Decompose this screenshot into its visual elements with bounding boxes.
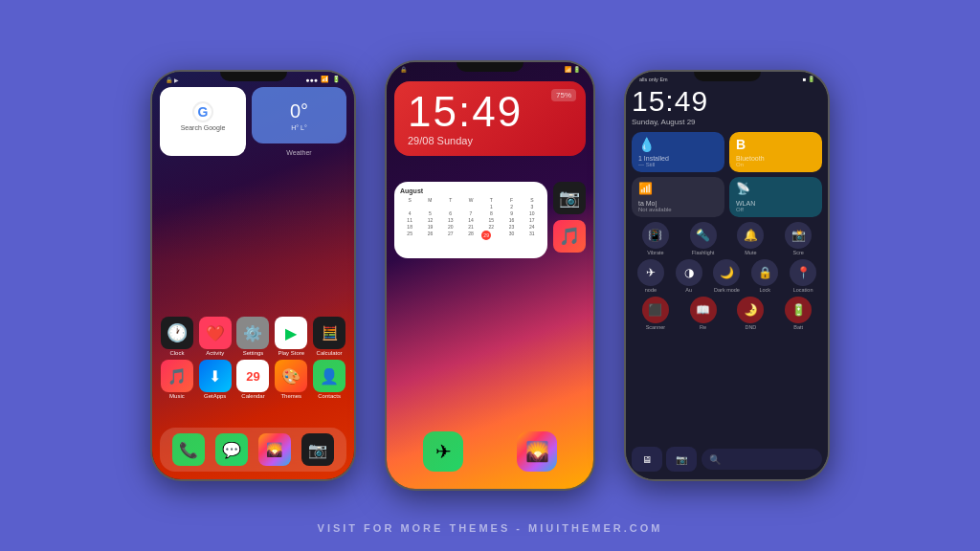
calendar-icon: 29: [236, 360, 269, 392]
phone1-status-bar: 🔒 ▶ ●●● 📶 🔋: [152, 76, 354, 83]
calendar-label: Calendar: [241, 393, 264, 399]
dock-phone[interactable]: 📞: [172, 433, 205, 466]
battery-icon: 🔋: [785, 297, 812, 323]
app-calendar[interactable]: 29 Calendar: [236, 360, 269, 399]
cc-tile-mobile[interactable]: 📶 ta Mo| Not available: [632, 177, 724, 217]
cc-wlan-sub: Off: [736, 207, 815, 212]
settings-label: Settings: [243, 350, 264, 356]
cc-search-bar[interactable]: 🔍: [702, 449, 822, 470]
google-search-text: Search Google: [181, 124, 226, 131]
cc-reader-btn[interactable]: 📖 Re: [690, 297, 717, 330]
weather-label: Weather: [252, 149, 346, 156]
phone1-status-left: 🔒 ▶: [166, 77, 179, 83]
phone1-app-row2: 🎵 Music ⬇ GetApps 29 Calendar 🎨 Themes 👤: [158, 360, 348, 399]
phone-3: alls only Em ■ 🔋 15:49 Sunday, August 29…: [624, 70, 830, 481]
playstore-label: Play Store: [278, 350, 304, 356]
music-label: Music: [169, 393, 185, 399]
cc-mobile-sub: Not available: [638, 207, 718, 212]
weather-widget: 0° H° L°: [252, 87, 346, 143]
phone2-middle-row: August SMTWTFS 123 45678910 111213141516…: [394, 182, 586, 258]
airplane-icon: ✈: [637, 259, 664, 286]
mute-label: Mute: [745, 250, 756, 255]
app-playstore[interactable]: ▶ Play Store: [275, 317, 307, 356]
phone-2: 🔒 📶 🔋 75% 15:49 29/08 Sunday August SMTW…: [385, 60, 595, 491]
cc-tile-row2: 📶 ta Mo| Not available 📡 WLAN Off: [632, 177, 822, 217]
app-music[interactable]: 🎵 Music: [161, 360, 193, 399]
screenshot-label: Scre: [792, 250, 803, 255]
phone2-bottom-row: ✈ 🌄: [396, 431, 584, 472]
app-calculator[interactable]: 🧮 Calculator: [313, 317, 345, 356]
battery-pct: 75%: [551, 89, 576, 101]
google-widget: G Search Google Google: [160, 87, 246, 156]
screenshot-icon: 📸: [785, 222, 812, 249]
lock-icon: 🔒: [751, 259, 778, 286]
cc-screenshot-btn[interactable]: 📸 Scre: [785, 222, 812, 255]
phone2-bottom-apps: ✈ 🌄: [396, 431, 584, 475]
reader-icon: 📖: [690, 297, 717, 323]
cc-screen-btn[interactable]: 🖥: [632, 447, 662, 472]
calendar-widget: August SMTWTFS 123 45678910 111213141516…: [394, 182, 547, 258]
cc-battery-btn[interactable]: 🔋 Batt: [785, 297, 812, 330]
vibrate-icon: 📳: [642, 222, 669, 249]
getapps-label: GetApps: [204, 393, 226, 399]
cc-bt-label: Bluetooth: [736, 155, 815, 162]
phone2-status-bar: 🔒 📶 🔋: [387, 66, 593, 73]
phone2-time: 15:49: [408, 91, 572, 133]
activity-icon: ❤️: [199, 317, 232, 349]
phone2-music-app[interactable]: 🎵: [553, 220, 586, 253]
cc-time: 15:49: [632, 85, 822, 118]
cc-tile-wlan[interactable]: 📡 WLAN Off: [729, 177, 822, 217]
dock-photos[interactable]: 🌄: [258, 433, 291, 466]
cc-location-btn[interactable]: 📍 Location: [790, 259, 816, 293]
phone1-status-right: ●●● 📶 🔋: [305, 76, 341, 83]
cc-data-sub: — Still: [638, 162, 718, 167]
weather-hilo: H° L°: [291, 124, 307, 131]
dock-camera[interactable]: 📷: [301, 433, 334, 466]
location-label: Location: [793, 287, 813, 293]
themes-label: Themes: [280, 393, 301, 399]
cal-month: August: [400, 187, 542, 194]
cc-lock-btn[interactable]: 🔒 Lock: [751, 259, 778, 293]
flashlight-label: Flashlight: [692, 250, 715, 255]
location-icon: 📍: [790, 259, 816, 286]
cc-cam-btn[interactable]: 📷: [666, 447, 697, 472]
clock-icon: 🕐: [161, 317, 193, 349]
playstore-icon: ▶: [275, 317, 307, 349]
getapps-icon: ⬇: [199, 360, 232, 392]
app-activity[interactable]: ❤️ Activity: [199, 317, 232, 356]
app-contacts[interactable]: 👤 Contacts: [313, 360, 345, 399]
flashlight-icon: 🔦: [690, 222, 717, 249]
vibrate-label: Vibrate: [647, 250, 663, 255]
cc-dnd-btn[interactable]: 🌛 DND: [737, 297, 764, 330]
cc-darkmode-btn[interactable]: 🌙 Dark mode: [713, 259, 740, 293]
lock-label: Lock: [759, 287, 770, 293]
dnd-icon: 🌛: [737, 297, 764, 323]
cc-icon-row3: ⬛ Scanner 📖 Re 🌛 DND 🔋 Batt: [632, 297, 822, 330]
phone2-time-widget: 75% 15:49 29/08 Sunday: [394, 81, 586, 156]
dock-bar: 📞 💬 🌄 📷: [160, 428, 346, 472]
phone2-camera-app[interactable]: 📷: [553, 182, 586, 214]
app-settings[interactable]: ⚙️ Settings: [236, 317, 269, 356]
battery-label: Batt: [793, 324, 803, 330]
cc-tile-data[interactable]: 💧 1 Installed — Still: [632, 132, 724, 172]
cc-vibrate-btn[interactable]: 📳 Vibrate: [642, 222, 669, 255]
cc-data-label: 1 Installed: [638, 155, 718, 162]
cc-tile-bluetooth[interactable]: B Bluetooth On: [729, 132, 822, 172]
cc-airplane-btn[interactable]: ✈ node: [637, 259, 664, 293]
control-center: 15:49 Sunday, August 29 💧 1 Installed — …: [632, 85, 822, 474]
phone2-photos[interactable]: 🌄: [517, 431, 557, 472]
dock-messages[interactable]: 💬: [215, 433, 248, 466]
cc-mute-btn[interactable]: 🔔 Mute: [737, 222, 764, 255]
auto-icon: ◑: [676, 259, 702, 286]
cc-scanner-btn[interactable]: ⬛ Scanner: [642, 297, 669, 330]
app-getapps[interactable]: ⬇ GetApps: [199, 360, 232, 399]
phone3-status-right: ■ 🔋: [803, 76, 814, 82]
music-icon: 🎵: [161, 360, 193, 392]
cc-auto-btn[interactable]: ◑ Au: [676, 259, 702, 293]
phone2-telegram[interactable]: ✈: [423, 431, 463, 472]
app-themes[interactable]: 🎨 Themes: [275, 360, 307, 399]
phones-container: 🔒 ▶ ●●● 📶 🔋 G Search Google Google 0° H°…: [150, 60, 830, 491]
dnd-label: DND: [745, 324, 756, 330]
app-clock[interactable]: 🕐 Clock: [161, 317, 193, 356]
cc-flashlight-btn[interactable]: 🔦 Flashlight: [690, 222, 717, 255]
